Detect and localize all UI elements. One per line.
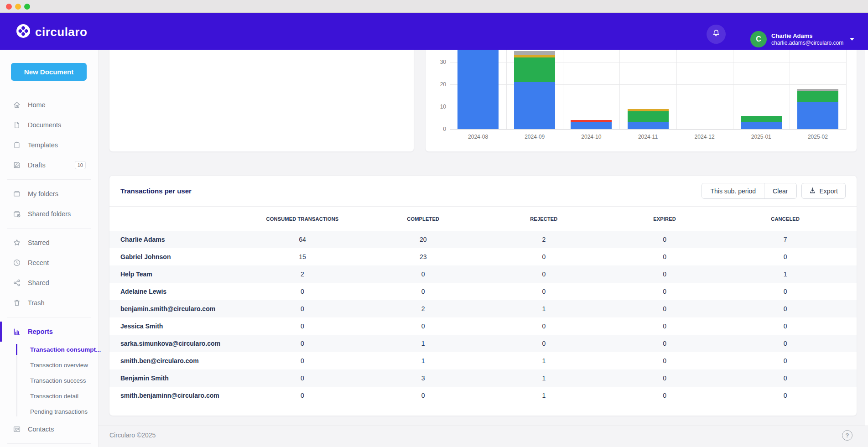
sidebar-item-my-folders[interactable]: My folders — [0, 184, 98, 204]
value-cell: 7 — [725, 236, 846, 243]
value-cell: 1 — [363, 357, 483, 364]
value-cell: 0 — [604, 357, 725, 364]
bar-segment-2025-01-series-green — [741, 116, 782, 123]
value-cell: 0 — [483, 322, 604, 330]
value-cell: 0 — [604, 253, 725, 260]
sidebar-divider — [7, 228, 91, 229]
zoom-window-button[interactable] — [24, 4, 30, 10]
reports-subnav: Transaction consumpt...Transaction overv… — [0, 342, 98, 419]
bell-icon — [712, 29, 721, 40]
chart-x-label: 2024-12 — [676, 134, 733, 140]
user-name-cell: Benjamin Smith — [120, 374, 242, 382]
chart-x-label: 2024-09 — [506, 134, 563, 140]
sidebar-item-label: Contacts — [28, 426, 54, 433]
bar-segment-2025-02-series-gray — [797, 89, 838, 91]
sidebar-divider — [7, 443, 91, 444]
table-row: sarka.simunkova@circularo.com01000 — [109, 335, 857, 352]
value-cell: 23 — [363, 253, 483, 260]
avatar: C — [750, 31, 767, 47]
sidebar-item-documents[interactable]: Documents — [0, 115, 98, 135]
sidebar-item-label: My folders — [28, 190, 58, 198]
value-cell: 0 — [483, 270, 604, 278]
chart-y-tick: 0 — [432, 126, 446, 132]
table-row: Gabriel Johnson1523000 — [109, 248, 857, 265]
sidebar-subitem-transaction-success[interactable]: Transaction success — [0, 373, 98, 388]
bar-segment-2024-09-series-blue — [514, 82, 555, 129]
folder-icon — [13, 190, 21, 198]
value-cell: 1 — [483, 374, 604, 382]
user-name-cell: smith.benjaminn@circularo.com — [120, 392, 242, 399]
value-cell: 0 — [604, 236, 725, 243]
table-row: Charlie Adams6420207 — [109, 231, 857, 248]
sidebar-subitem-transaction-detail[interactable]: Transaction detail — [0, 388, 98, 404]
window-titlebar — [0, 0, 868, 13]
value-cell: 15 — [242, 253, 363, 260]
contacts-icon — [13, 425, 21, 433]
sidebar-item-label: Reports — [28, 328, 53, 335]
minimize-window-button[interactable] — [15, 4, 21, 10]
user-name-cell: Jessica Smith — [120, 322, 242, 330]
close-window-button[interactable] — [6, 4, 12, 10]
value-cell: 0 — [242, 322, 363, 330]
brand-logo[interactable]: circularo — [16, 24, 87, 40]
sidebar-item-starred[interactable]: Starred — [0, 233, 98, 253]
sidebar-subitem-pending-transactions[interactable]: Pending transactions — [0, 404, 98, 419]
sidebar-item-templates[interactable]: Templates — [0, 135, 98, 155]
value-cell: 2 — [363, 305, 483, 312]
chart-x-label: 2024-10 — [563, 134, 619, 140]
value-cell: 0 — [604, 322, 725, 330]
table-row: benjamin.smith@circularo.com02100 — [109, 300, 857, 317]
value-cell: 0 — [725, 305, 846, 312]
sidebar-item-shared-folders[interactable]: Shared folders — [0, 204, 98, 224]
sidebar-item-contacts[interactable]: Contacts — [0, 419, 98, 439]
sidebar-item-label: Starred — [28, 239, 50, 246]
value-cell: 0 — [725, 357, 846, 364]
user-menu[interactable]: C Charlie Adams charlie.adams@circularo.… — [750, 31, 854, 47]
help-button[interactable]: ? — [842, 430, 852, 441]
user-name-cell: Adelaine Lewis — [120, 288, 242, 295]
sidebar-item-recent[interactable]: Recent — [0, 253, 98, 273]
new-document-button[interactable]: New Document — [11, 63, 87, 81]
bar-segment-2024-10-series-blue — [571, 122, 612, 129]
chevron-down-icon — [850, 38, 854, 41]
value-cell: 2 — [242, 270, 363, 278]
bar-segment-2024-10-series-red — [571, 120, 612, 122]
chart-gridline-h — [450, 84, 846, 85]
sidebar-item-label: Recent — [28, 259, 49, 266]
value-cell: 0 — [242, 392, 363, 399]
sidebar-item-drafts[interactable]: Drafts10 — [0, 155, 98, 175]
sidebar-subitem-transaction-overview[interactable]: Transaction overview — [0, 357, 98, 373]
user-name: Charlie Adams — [771, 32, 843, 40]
user-name-cell: sarka.simunkova@circularo.com — [120, 340, 242, 347]
value-cell: 0 — [242, 305, 363, 312]
sidebar-item-trash[interactable]: Trash — [0, 293, 98, 313]
table-row: smith.ben@circularo.com01100 — [109, 352, 857, 369]
table-row: Help Team20001 — [109, 265, 857, 283]
value-cell: 1 — [725, 270, 846, 278]
bar-segment-2025-01-series-blue — [741, 122, 782, 129]
table-title: Transactions per user — [120, 187, 192, 195]
sidebar-item-shared[interactable]: Shared — [0, 273, 98, 293]
clear-button[interactable]: Clear — [764, 183, 796, 198]
page-scrollbar[interactable] — [865, 50, 868, 426]
value-cell: 0 — [725, 340, 846, 347]
bar-segment-2024-08-series-blue — [457, 40, 499, 129]
sidebar-item-label: Trash — [28, 299, 45, 307]
export-button[interactable]: Export — [801, 183, 846, 199]
value-cell: 0 — [604, 305, 725, 312]
footer-copyright: Circularo ©2025 — [109, 431, 156, 439]
notifications-button[interactable] — [707, 25, 726, 44]
bar-segment-2024-09-series-gray — [514, 51, 555, 56]
bar-segment-2024-09-series-yellow — [514, 55, 555, 57]
sidebar-item-home[interactable]: Home — [0, 95, 98, 115]
footer-divider — [99, 426, 868, 426]
value-cell: 0 — [725, 322, 846, 330]
documents-icon — [13, 121, 21, 129]
chart-gridline-h — [450, 107, 846, 107]
sidebar-item-reports[interactable]: Reports — [0, 322, 98, 342]
this-sub-period-button[interactable]: This sub. period — [702, 183, 764, 198]
user-name-cell: benjamin.smith@circularo.com — [120, 305, 242, 312]
sidebar-subitem-transaction-consumpt[interactable]: Transaction consumpt... — [0, 342, 98, 357]
table-rows: Charlie Adams6420207Gabriel Johnson15230… — [109, 231, 857, 404]
column-header: EXPIRED — [604, 216, 725, 222]
